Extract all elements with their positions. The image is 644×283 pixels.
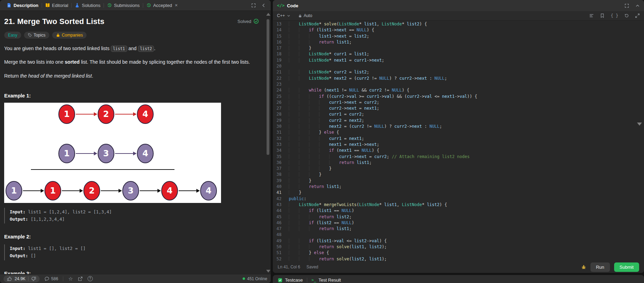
- code-line[interactable]: 48: [273, 232, 644, 238]
- code-line[interactable]: 17 }: [273, 45, 644, 51]
- code-line[interactable]: 47 return list1;: [273, 226, 644, 232]
- scrollbar-thumb[interactable]: [267, 19, 269, 155]
- code-line[interactable]: 51 } else {: [273, 250, 644, 256]
- check-circle-icon: [253, 18, 259, 24]
- code-line[interactable]: 24 while (next1 != NULL && curr2 != NULL…: [273, 87, 644, 93]
- format-lines-icon[interactable]: [589, 13, 594, 18]
- debugger-icon[interactable]: [581, 265, 586, 270]
- code-line[interactable]: 30 next2 = (curr2 != NULL) ? curr2->next…: [273, 124, 644, 129]
- problem-scrollbar[interactable]: [266, 11, 270, 274]
- close-icon[interactable]: ×: [175, 3, 178, 8]
- code-line[interactable]: 33 next1 = next1->next;: [273, 142, 644, 148]
- bookmark-icon[interactable]: [600, 13, 605, 18]
- code-line[interactable]: 34 if (next1 == NULL) {: [273, 148, 644, 154]
- thumbs-up-icon[interactable]: [7, 276, 12, 281]
- comments-button[interactable]: 586: [44, 276, 58, 281]
- code-line[interactable]: 19 ListNode* next1 = curr1->next;: [273, 57, 644, 63]
- code-line[interactable]: 43 ListNode* mergeTwoLists(ListNode* lis…: [273, 202, 644, 208]
- code-line[interactable]: 13 ListNode* solve(ListNode* list1, List…: [273, 21, 644, 27]
- lock-icon: [56, 33, 60, 37]
- flask-icon: [75, 3, 80, 8]
- topics-badge[interactable]: Topics: [24, 32, 49, 39]
- code-line[interactable]: 35 curr1->next = curr2; // Attach remain…: [273, 154, 644, 160]
- code-line[interactable]: 44 if (list1 == NULL): [273, 208, 644, 214]
- braces-icon[interactable]: { }: [611, 13, 618, 18]
- code-line[interactable]: 23: [273, 81, 644, 87]
- code-line[interactable]: 14 if (list1->next == NULL) {: [273, 27, 644, 33]
- code-line[interactable]: 16 return list1;: [273, 39, 644, 45]
- reset-code-icon[interactable]: [624, 13, 629, 18]
- chevron-left-icon[interactable]: [261, 3, 266, 8]
- code-line[interactable]: 40 return list1;: [273, 184, 644, 190]
- fullscreen-icon[interactable]: [625, 3, 629, 8]
- line-number: 16: [273, 39, 289, 45]
- test-result-label: Test Result: [319, 277, 341, 283]
- companies-badge[interactable]: Companies: [52, 32, 87, 39]
- tab-editorial[interactable]: Editorial: [42, 0, 72, 10]
- code-line[interactable]: 38 }: [273, 172, 644, 178]
- code-line[interactable]: 41 }: [273, 190, 644, 196]
- help-icon[interactable]: ?: [88, 276, 93, 281]
- tab-solutions[interactable]: Solutions: [72, 0, 103, 10]
- tab-testcase[interactable]: Testcase: [278, 277, 303, 283]
- fullscreen-icon[interactable]: [251, 3, 256, 8]
- svg-text:3: 3: [103, 149, 109, 159]
- code-line[interactable]: 27 curr2->next = next1;: [273, 105, 644, 111]
- submit-button[interactable]: Submit: [614, 262, 639, 272]
- language-selector[interactable]: C++: [277, 13, 291, 18]
- chevron-up-icon[interactable]: [635, 3, 640, 8]
- code-line[interactable]: 15 list1->next = list2;: [273, 33, 644, 39]
- tab-description[interactable]: Description: [3, 0, 42, 10]
- code-line[interactable]: 52 return solve(list2, list1);: [273, 256, 644, 261]
- scroll-up-arrow[interactable]: [266, 13, 270, 16]
- tab-test-result[interactable]: >_ Test Result: [311, 277, 341, 283]
- expand-arrows-icon[interactable]: [635, 13, 640, 18]
- code-text: ListNode* solve(ListNode* list1, ListNod…: [289, 21, 427, 27]
- code-text: return solve(list1, list2);: [289, 244, 387, 250]
- line-number: 17: [273, 45, 289, 51]
- code-line[interactable]: 46 if (list2 == NULL): [273, 220, 644, 226]
- tab-accepted[interactable]: Accepted×: [143, 0, 181, 10]
- code-line[interactable]: 29 curr2 = next2;: [273, 118, 644, 124]
- scroll-down-arrow[interactable]: [266, 270, 270, 273]
- code-line[interactable]: 39 }: [273, 178, 644, 184]
- code-line[interactable]: 37 }: [273, 166, 644, 172]
- code-text: if (list2 == NULL): [289, 220, 354, 226]
- line-number: 31: [273, 129, 289, 135]
- code-line[interactable]: 49 if (list1->val <= list2->val) {: [273, 238, 644, 244]
- scroll-down-indicator[interactable]: [637, 123, 642, 126]
- code-line[interactable]: 32 curr1 = next1;: [273, 136, 644, 142]
- tab-submissions[interactable]: Submissions: [104, 0, 143, 10]
- line-number: 45: [273, 214, 289, 220]
- auto-mode[interactable]: Auto: [298, 13, 312, 18]
- code-line[interactable]: 42public:: [273, 196, 644, 202]
- code-editor[interactable]: 13 ListNode* solve(ListNode* list1, List…: [273, 21, 644, 261]
- line-number: 38: [273, 172, 289, 178]
- difficulty-badge[interactable]: Easy: [4, 32, 21, 39]
- code-text: next2 = (curr2 != NULL) ? curr2->next : …: [289, 124, 442, 129]
- code-line[interactable]: 31 } else {: [273, 129, 644, 135]
- code-line[interactable]: 25 if ((curr2->val >= curr1->val) && (cu…: [273, 94, 644, 100]
- code-line[interactable]: 22 ListNode* next2 = (curr2 != NULL) ? c…: [273, 76, 644, 81]
- star-icon[interactable]: ☆: [68, 276, 73, 281]
- code-text: next1 = next1->next;: [289, 142, 379, 148]
- terminal-icon: >_: [311, 278, 316, 282]
- code-line[interactable]: 26 curr1->next = curr2;: [273, 100, 644, 105]
- run-button[interactable]: Run: [590, 262, 610, 272]
- line-number: 35: [273, 154, 289, 160]
- code-line[interactable]: 20: [273, 63, 644, 69]
- comments-count: 586: [51, 276, 58, 281]
- code-line[interactable]: 50 return solve(list1, list2);: [273, 244, 644, 250]
- code-text: }: [289, 172, 321, 178]
- code-line[interactable]: 21 ListNode* curr2 = list2;: [273, 69, 644, 75]
- code-text: return solve(list2, list1);: [289, 256, 387, 261]
- share-icon[interactable]: [78, 276, 83, 281]
- code-line[interactable]: 18 ListNode* curr1 = list1;: [273, 51, 644, 57]
- code-line[interactable]: 28 curr1 = curr2;: [273, 111, 644, 117]
- thumbs-down-icon[interactable]: [31, 276, 36, 281]
- code-line[interactable]: 45 return list2;: [273, 214, 644, 220]
- svg-text:4: 4: [206, 186, 212, 196]
- svg-text:4: 4: [142, 149, 148, 159]
- topics-label: Topics: [34, 33, 46, 38]
- code-line[interactable]: 36 return list1;: [273, 160, 644, 166]
